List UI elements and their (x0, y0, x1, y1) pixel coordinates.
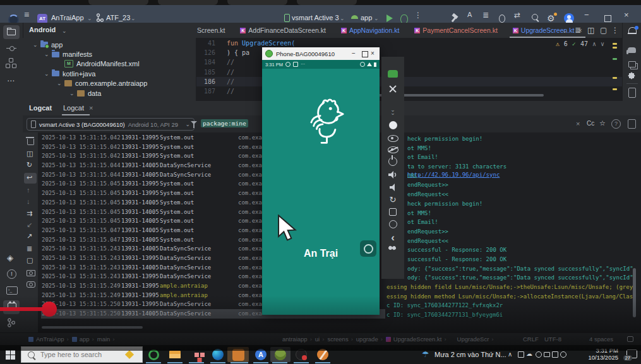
project-tree-item[interactable]: ⌄ data (23, 88, 196, 98)
split-panel-icon[interactable]: ▢ (27, 257, 33, 264)
volume-up-icon[interactable] (381, 170, 404, 182)
logcat-device-selector[interactable]: vsmart Active 3 (BAG00049610) Android 10… (27, 118, 195, 131)
prev-issue-icon[interactable]: ∧ (592, 40, 596, 47)
logcat-panel-title[interactable]: Logcat (29, 104, 52, 112)
volume-down-icon[interactable] (381, 183, 404, 194)
project-name[interactable]: AnTraiApp (51, 14, 84, 21)
window-minimize-button[interactable]: − (584, 11, 589, 19)
tab-list-chevron-icon[interactable]: ⌄ (562, 28, 567, 34)
expand-notifications-icon[interactable]: ⌄⌄ (381, 109, 404, 120)
window-close-button[interactable]: × (371, 50, 374, 57)
sync-icon[interactable]: ⇄ (514, 11, 520, 19)
window-minimize-button[interactable]: − (352, 50, 356, 57)
run-config[interactable]: app (361, 14, 372, 21)
favorite-filter-icon[interactable]: ☆ (599, 120, 606, 127)
clear-filter-icon[interactable]: × (576, 120, 580, 127)
chevron-down-icon: ⌄ (87, 15, 92, 21)
expand-icon[interactable]: ↗ (27, 233, 32, 240)
detach-editor-icon[interactable]: ▢ (600, 26, 607, 34)
home-circle-icon[interactable] (381, 220, 404, 232)
pause-logcat-icon[interactable]: ◫ (27, 150, 33, 157)
floating-touch-button[interactable] (360, 240, 376, 257)
scissors-icon[interactable] (381, 246, 404, 257)
project-view-header[interactable]: Android (29, 26, 56, 33)
expand-chevron-icon[interactable]: ⌄ (57, 80, 64, 86)
recents-square-icon[interactable] (381, 208, 404, 219)
clear-logcat-icon[interactable] (27, 139, 34, 145)
project-tree-item[interactable]: ⌄ app (23, 40, 196, 49)
window-maximize-button[interactable] (604, 15, 611, 22)
expand-chevron-icon[interactable]: ⌄ (69, 90, 77, 97)
settings-gear-icon[interactable]: ⚙ (547, 13, 555, 23)
project-tree-item[interactable]: M AndroidManifest.xml (23, 59, 196, 69)
phone-window-titlebar[interactable]: Phone-BAG00049610 − × (262, 47, 380, 60)
resource-manager-icon[interactable]: ◈ (7, 254, 13, 262)
main-menu-icon[interactable]: ≡ (24, 10, 29, 19)
project-tree-item[interactable]: ⌄ kotlin+java (23, 69, 196, 78)
project-tree-item[interactable]: ⌄ manifests (23, 49, 196, 59)
editor-tab[interactable]: K PaymentCancelScreen.kt (409, 23, 506, 38)
back-icon[interactable]: ‹ (381, 232, 404, 244)
tab-options-icon[interactable]: ≣ (575, 26, 581, 34)
commit-icon[interactable] (6, 48, 16, 50)
rotate-screen-icon[interactable]: ↻ (381, 194, 404, 206)
editor-tab[interactable]: K Screen.kt (191, 23, 234, 38)
run-button[interactable] (386, 15, 393, 22)
log-pid: 13931-13995 (121, 134, 159, 141)
restart-logcat-icon[interactable]: ↻ (27, 161, 32, 168)
expand-chevron-icon[interactable]: ⌄ (33, 42, 40, 48)
screen-record-icon[interactable] (27, 281, 35, 288)
editor-tab[interactable]: K AppNavigation.kt (335, 23, 409, 38)
scroll-to-end-icon[interactable]: ⇉ (27, 210, 32, 217)
more-tools-icon[interactable]: ⋯ (7, 77, 15, 85)
search-icon[interactable] (532, 14, 538, 20)
fullscreen-expand-icon[interactable] (381, 85, 404, 96)
code-editor[interactable]: 41 fun UpgradeScreen( 126 ) { pa 184 (196, 38, 622, 101)
more-actions-icon[interactable]: ⋮ (414, 11, 422, 19)
device-selector[interactable]: vsmart Active 3 (292, 14, 339, 21)
build-icon[interactable] (451, 14, 458, 21)
help-icon[interactable]: ? (611, 119, 621, 129)
problems-icon[interactable]: ! (7, 269, 16, 279)
gradle-icon[interactable] (628, 47, 636, 53)
expand-chevron-icon[interactable]: ⌄ (44, 51, 52, 57)
close-icon[interactable]: × (89, 104, 93, 112)
scroll-down-icon[interactable]: ↓ (27, 198, 30, 205)
screen-on-icon[interactable] (381, 134, 404, 145)
project-tree-item[interactable]: ⌄ com.example.antraiapp (23, 79, 196, 88)
user-guide-icon[interactable] (628, 119, 636, 129)
app-monster-icon[interactable] (381, 69, 404, 81)
inspect-code-icon[interactable]: A (467, 11, 472, 18)
tab-more-icon[interactable]: ⋮ (611, 26, 619, 34)
split-editor-icon[interactable]: ◫ (587, 26, 594, 34)
next-issue-icon[interactable]: ∨ (601, 40, 604, 47)
phone-screen[interactable]: An Trại (262, 69, 380, 315)
screenshot-icon[interactable] (27, 270, 35, 276)
collapse-icon[interactable]: ↙ (27, 221, 32, 228)
scroll-up-icon[interactable]: ↑ (27, 187, 30, 194)
screenshot-circle-icon[interactable] (381, 121, 404, 132)
logcat-filter-input[interactable]: package:mine (201, 119, 248, 127)
window-maximize-button[interactable] (362, 51, 368, 57)
passed-count: 47 (580, 40, 588, 47)
inspection-widget[interactable]: ⚠ 6 ✓ 47 ∧ ∨ (556, 40, 604, 47)
todo-list-icon[interactable]: ≣ (482, 11, 489, 19)
avatar[interactable] (564, 13, 574, 23)
window-close-button[interactable]: × (624, 11, 629, 19)
editor-tab[interactable]: K AddFinanceDataScreen.kt (234, 23, 335, 38)
branch-name[interactable]: ATF_23 (106, 14, 130, 21)
expand-chevron-icon[interactable]: ⌄ (44, 71, 52, 77)
terminal-icon[interactable]: ›_ (6, 286, 18, 295)
match-case-button[interactable]: Cc (587, 120, 594, 127)
configure-logcat-icon[interactable]: ≣ (27, 245, 32, 252)
profiler-icon[interactable] (499, 15, 505, 23)
running-devices-icon[interactable] (628, 61, 636, 68)
device-manager-icon[interactable] (628, 88, 636, 98)
log-pid: 13931-14005 (121, 209, 159, 215)
ai-assistant-star-icon[interactable] (628, 72, 635, 79)
log-package: com.exa (238, 172, 262, 178)
notifications-bell-icon[interactable] (628, 27, 637, 33)
logcat-tab[interactable]: Logcat (63, 104, 84, 112)
soft-wrap-icon[interactable]: ↩ (27, 174, 32, 181)
power-icon[interactable] (381, 157, 404, 168)
